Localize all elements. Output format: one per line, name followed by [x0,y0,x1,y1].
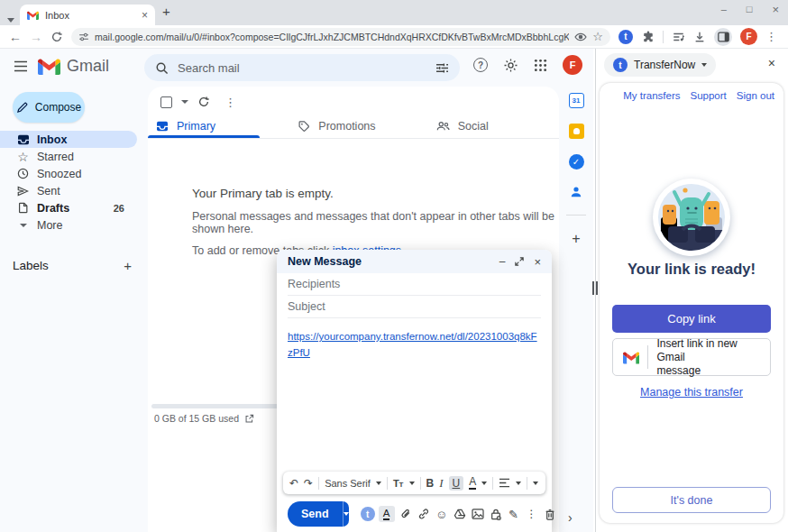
bold-button[interactable]: B [426,477,435,490]
insert-link-gmail-button[interactable]: Insert link in new Gmailmessage [612,338,771,376]
tab-close-icon[interactable]: × [142,10,148,21]
manage-transfer-link[interactable]: Manage this transfer [640,386,743,399]
size-caret-icon[interactable] [409,482,415,485]
downloads-icon[interactable] [693,31,706,43]
browser-profile-avatar[interactable]: F [740,28,757,45]
font-family-select[interactable]: Sans Serif [325,478,371,489]
send-button[interactable]: Send [288,501,343,527]
copy-link-button[interactable]: Copy link [612,305,771,333]
back-button[interactable]: ← [9,31,22,43]
compose-header[interactable]: New Message – × [277,250,552,273]
align-button[interactable] [499,478,510,488]
settings-gear-icon[interactable] [503,58,518,73]
browser-tab-inbox[interactable]: Inbox × [20,5,155,25]
compose-close-icon[interactable]: × [534,256,541,268]
formatting-options-button-active[interactable]: A [379,506,395,522]
compose-more-options-icon[interactable]: ⋮ [525,509,539,519]
panel-app-selector[interactable]: t TransferNow [604,53,716,77]
insert-drive-icon[interactable] [453,509,467,519]
media-controls-icon[interactable] [672,31,685,43]
insert-link-icon[interactable] [417,508,431,520]
inbox-tabs: Primary Promotions Social [148,114,559,139]
gmail-account-avatar[interactable]: F [563,55,582,75]
help-icon[interactable]: ? [473,58,488,72]
external-link-icon[interactable] [244,414,254,424]
font-size-icon[interactable]: TT [393,478,404,489]
search-options-icon[interactable] [435,62,449,74]
reload-button[interactable] [50,31,63,43]
insert-emoji-icon[interactable]: ☺ [435,509,449,520]
storage-text: 0 GB of 15 GB used [154,413,239,424]
align-caret-icon[interactable] [516,482,521,485]
tasks-icon[interactable]: ✓ [569,154,584,170]
main-menu-icon[interactable] [14,60,28,72]
italic-button[interactable]: I [439,476,443,491]
window-minimize-button[interactable]: – [721,5,727,14]
insert-image-icon[interactable] [471,509,485,519]
tab-search-chevron-icon[interactable] [7,10,14,26]
search-bar[interactable]: Search mail [144,54,460,81]
collapse-panel-chevron[interactable]: › [568,510,573,525]
text-color-button[interactable]: A [469,476,476,490]
send-options-caret[interactable] [343,501,349,527]
add-label-button[interactable]: + [124,258,132,273]
panel-resize-handle[interactable] [592,281,598,295]
recipients-field[interactable]: Recipients [288,273,541,296]
apps-grid-icon[interactable] [534,59,547,72]
support-link[interactable]: Support [691,90,727,101]
url-text[interactable]: mail.google.com/mail/u/0/#inbox?compose=… [95,32,569,42]
extensions-puzzle-icon[interactable] [641,30,655,43]
preview-eye-icon[interactable] [574,32,587,42]
compose-body[interactable]: https://yourcompany.transfernow.net/dl/2… [277,318,552,369]
window-close-button[interactable]: × [772,4,779,15]
discard-draft-trash-icon[interactable] [543,509,557,520]
sidebar-item-starred[interactable]: ☆ Starred [0,148,137,165]
transfer-link[interactable]: https://yourcompany.transfernow.net/dl/2… [288,331,537,358]
sidebar-item-inbox[interactable]: Inbox [0,131,137,148]
site-info-icon[interactable] [78,32,89,42]
side-panel-toggle-button[interactable] [714,28,732,46]
compose-minimize-icon[interactable]: – [499,256,506,267]
sidebar-item-drafts[interactable]: Drafts 26 [0,199,137,216]
new-tab-button[interactable]: + [162,4,170,19]
tab-promotions[interactable]: Promotions [289,114,420,138]
sidebar-item-sent[interactable]: Sent [0,182,137,199]
my-transfers-link[interactable]: My transfers [623,90,680,101]
search-icon[interactable] [155,61,169,75]
select-all-checkbox[interactable] [160,96,172,108]
sidebar-item-snoozed[interactable]: Snoozed [0,165,137,182]
color-caret-icon[interactable] [481,482,487,485]
subject-field[interactable]: Subject [288,296,541,318]
signature-pen-icon[interactable]: ✎ [507,509,521,520]
underline-button-active[interactable]: U [449,476,464,491]
address-bar[interactable]: mail.google.com/mail/u/0/#inbox?compose=… [71,28,610,46]
keep-icon[interactable] [569,124,584,139]
window-maximize-button[interactable]: □ [747,5,753,14]
attach-file-icon[interactable] [399,508,413,520]
search-input[interactable]: Search mail [178,61,426,75]
sign-out-link[interactable]: Sign out [737,90,774,101]
browser-menu-icon[interactable]: ⋮ [765,30,777,43]
font-caret-icon[interactable] [376,482,381,485]
calendar-icon[interactable]: 31 [569,93,584,108]
select-dropdown-icon[interactable] [181,100,188,104]
contacts-icon[interactable] [569,185,583,199]
forward-button[interactable]: → [30,31,42,43]
get-addons-button[interactable]: + [572,231,580,247]
more-formats-caret-icon[interactable] [533,482,538,485]
compose-popout-icon[interactable] [515,257,524,266]
undo-icon[interactable]: ↶ [289,478,298,489]
confidential-mode-icon[interactable] [489,509,503,520]
sidebar-item-more[interactable]: More [0,216,137,234]
redo-icon[interactable]: ↷ [304,478,313,489]
compose-button[interactable]: Compose [13,92,85,123]
bookmark-star-icon[interactable]: ☆ [592,31,603,42]
transfernow-extension-icon[interactable]: t [618,30,633,44]
transfernow-compose-icon[interactable]: t [361,507,375,521]
tab-primary[interactable]: Primary [148,114,279,138]
its-done-button[interactable]: It's done [612,487,771,513]
refresh-icon[interactable] [197,96,210,108]
list-more-icon[interactable]: ⋮ [224,96,236,109]
panel-close-icon[interactable]: × [768,57,775,69]
tab-social[interactable]: Social [428,114,559,138]
